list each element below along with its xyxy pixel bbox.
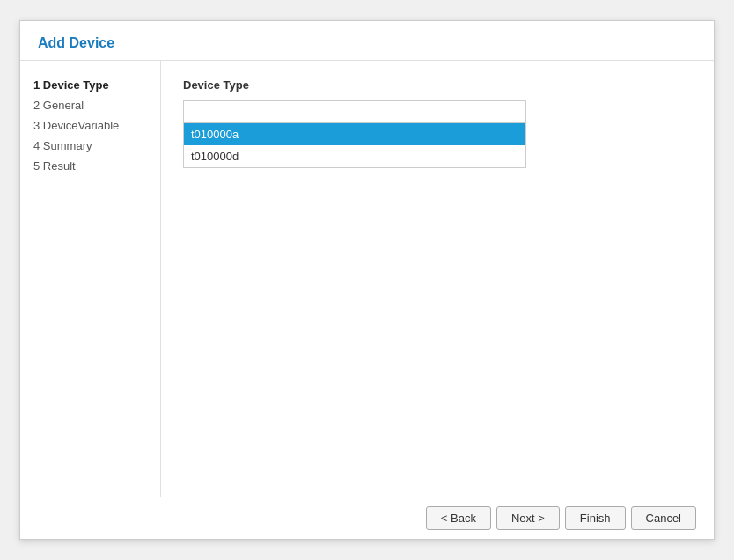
sidebar-item-general[interactable]: 2 General — [33, 99, 147, 112]
next-button[interactable]: Next > — [496, 506, 560, 530]
dropdown-list: t010000at010000d — [183, 123, 526, 168]
dropdown-item-item-2[interactable]: t010000d — [184, 145, 525, 167]
dialog-header: Add Device — [20, 21, 714, 61]
finish-button[interactable]: Finish — [565, 506, 626, 530]
sidebar-item-result[interactable]: 5 Result — [33, 159, 147, 173]
sidebar-item-device-type[interactable]: 1 Device Type — [33, 78, 147, 92]
device-type-search-input[interactable] — [183, 100, 526, 123]
dialog-title: Add Device — [38, 35, 114, 50]
cancel-button[interactable]: Cancel — [631, 506, 696, 530]
dialog-footer: < Back Next > Finish Cancel — [20, 497, 714, 539]
sidebar: 1 Device Type2 General3 DeviceVariable4 … — [20, 61, 161, 497]
sidebar-item-device-variable[interactable]: 3 DeviceVariable — [33, 119, 147, 132]
dialog-body: 1 Device Type2 General3 DeviceVariable4 … — [20, 61, 714, 497]
dropdown-item-item-1[interactable]: t010000a — [184, 123, 525, 145]
sidebar-item-summary[interactable]: 4 Summary — [33, 139, 147, 152]
back-button[interactable]: < Back — [426, 506, 491, 530]
main-content: Device Type t010000at010000d — [161, 61, 714, 497]
add-device-dialog: Add Device 1 Device Type2 General3 Devic… — [19, 20, 715, 540]
field-label: Device Type — [183, 78, 692, 92]
